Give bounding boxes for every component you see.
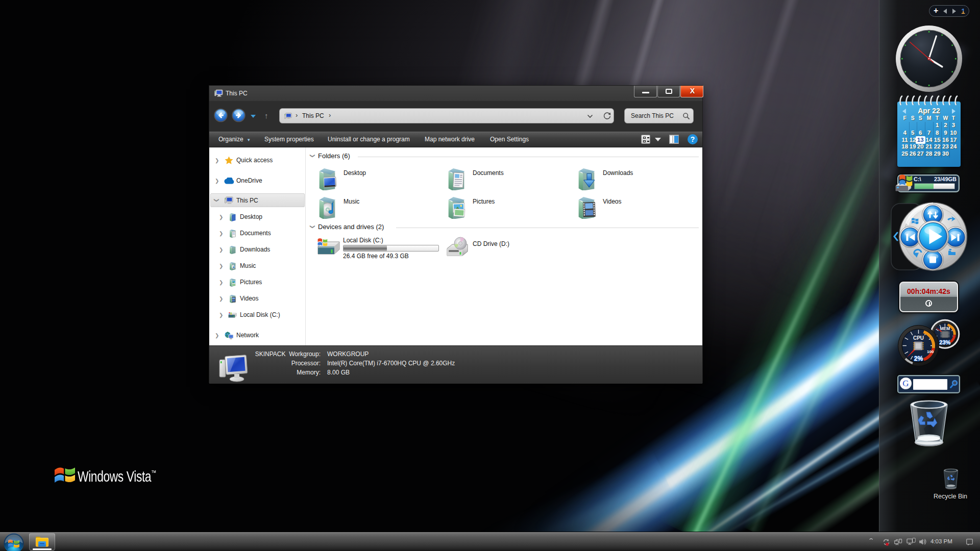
svg-text:CPU: CPU [913, 335, 924, 341]
svg-text:23%: 23% [939, 339, 950, 345]
svg-text:100: 100 [927, 349, 934, 354]
svg-text:2%: 2% [914, 355, 923, 362]
svg-text:MEM: MEM [940, 326, 950, 331]
